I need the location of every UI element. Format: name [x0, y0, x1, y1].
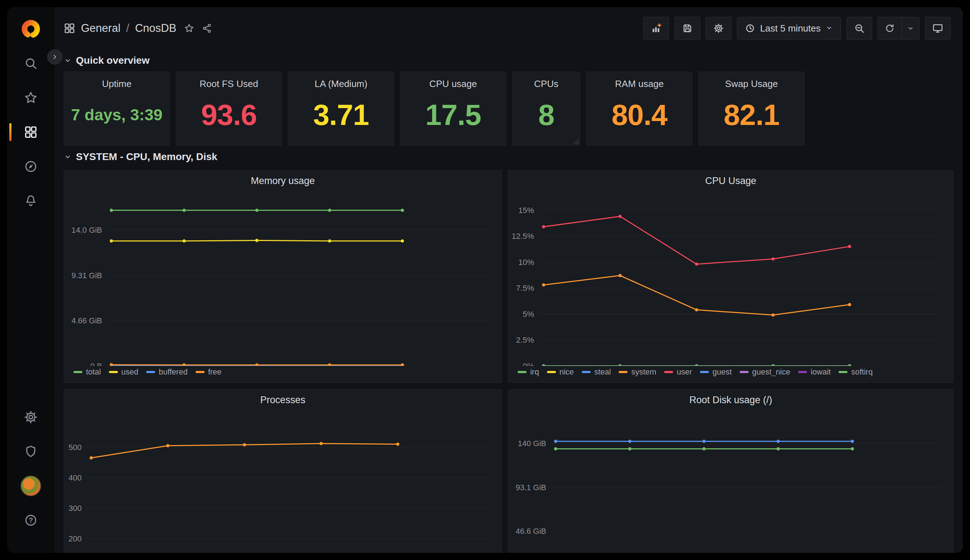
- axis-label: 15%: [518, 206, 534, 215]
- sidebar-expand-button[interactable]: [47, 49, 62, 65]
- breadcrumb: General / CnosDB: [64, 22, 212, 35]
- share-icon[interactable]: [202, 23, 212, 33]
- stat-value: 7 days, 3:39: [71, 90, 162, 145]
- legend-item-guest_nice[interactable]: guest_nice: [740, 367, 790, 377]
- help-icon[interactable]: ?: [7, 506, 55, 534]
- search-icon[interactable]: [7, 49, 55, 77]
- breadcrumb-dashboard[interactable]: CnosDB: [135, 22, 176, 35]
- time-range-picker[interactable]: Last 5 minutes: [737, 17, 841, 40]
- panel-resize-handle[interactable]: [573, 138, 579, 144]
- user-avatar[interactable]: [7, 472, 55, 500]
- section-title: Quick overview: [76, 55, 149, 66]
- panel-title[interactable]: Memory usage: [64, 170, 501, 191]
- chevron-down-icon: [64, 153, 72, 161]
- refresh-icon[interactable]: [878, 17, 902, 39]
- stat-panel-title[interactable]: Uptime: [102, 78, 132, 90]
- zoom-out-button[interactable]: [846, 17, 872, 40]
- y-axis: 46.6 GiB93.1 GiB140 GiB: [516, 439, 942, 536]
- axis-label: 2.5%: [516, 335, 534, 345]
- configuration-gear-icon[interactable]: [7, 403, 55, 431]
- stat-panel-ram-usage: RAM usage 80.4: [586, 72, 693, 146]
- legend-item-used[interactable]: used: [109, 367, 139, 377]
- stat-panel-title[interactable]: Swap Usage: [725, 78, 778, 90]
- apps-grid-icon[interactable]: [64, 23, 75, 34]
- stat-panel-title[interactable]: CPU usage: [429, 78, 477, 90]
- stat-panel-title[interactable]: Root FS Used: [200, 78, 258, 90]
- grafana-logo[interactable]: [7, 15, 55, 43]
- axis-label: 93.1 GiB: [516, 483, 547, 492]
- cpu-usage-legend: irqnicestealsystemuserguestguest_niceiow…: [508, 366, 953, 382]
- panel-root-disk-usage: Root Disk usage (/) 46.6 GiB93.1 GiB140 …: [508, 389, 953, 553]
- dashboard-settings-gear-icon[interactable]: [706, 17, 731, 40]
- legend-label: used: [122, 367, 139, 377]
- stat-panel-cpus: CPUs 8: [512, 72, 580, 146]
- alerting-bell-icon[interactable]: [7, 187, 55, 215]
- legend-label: user: [677, 367, 692, 377]
- legend-label: guest: [713, 367, 732, 377]
- legend-item-nice[interactable]: nice: [547, 367, 574, 377]
- legend-marker: [109, 371, 118, 373]
- panel-title[interactable]: Root Disk usage (/): [508, 390, 953, 410]
- legend-item-user[interactable]: user: [664, 367, 692, 377]
- save-dashboard-icon[interactable]: [674, 17, 700, 40]
- section-system[interactable]: SYSTEM - CPU, Memory, Disk: [64, 148, 953, 165]
- stat-value: 82.1: [724, 90, 780, 145]
- legend-item-free[interactable]: free: [195, 367, 222, 377]
- y-axis: 0%2.5%5%7.5%10%12.5%15%: [512, 206, 941, 366]
- legend-marker: [619, 371, 628, 373]
- legend-marker: [700, 371, 709, 373]
- panel-title[interactable]: CPU Usage: [508, 170, 953, 191]
- series-1: [554, 447, 854, 450]
- dashboards-grid-icon[interactable]: [7, 118, 55, 146]
- legend-item-irq[interactable]: irq: [518, 367, 539, 377]
- time-range-label: Last 5 minutes: [760, 23, 821, 34]
- legend-item-guest[interactable]: guest: [700, 367, 732, 377]
- series-0: [554, 440, 854, 443]
- series-0: [90, 442, 399, 459]
- active-item-accent: [9, 123, 12, 141]
- stat-panel-title[interactable]: LA (Medium): [314, 78, 367, 90]
- legend-item-iowait[interactable]: iowait: [798, 367, 831, 377]
- panel-title[interactable]: Processes: [64, 390, 501, 410]
- section-quick-overview[interactable]: Quick overview: [64, 52, 953, 69]
- sidebar: ?: [7, 7, 55, 553]
- legend-marker: [73, 371, 82, 373]
- favorite-star-icon[interactable]: [184, 23, 194, 33]
- stat-value: 17.5: [425, 90, 481, 145]
- breadcrumb-folder[interactable]: General: [81, 22, 120, 35]
- legend-label: free: [208, 367, 222, 377]
- stat-panel-la-medium: LA (Medium) 3.71: [288, 72, 394, 146]
- root-disk-usage-chart: 46.6 GiB93.1 GiB140 GiB: [508, 410, 953, 553]
- series-user: [542, 215, 851, 266]
- add-panel-button[interactable]: [643, 17, 669, 40]
- axis-label: 140 GiB: [518, 439, 547, 448]
- panel-cpu-usage: CPU Usage 0%2.5%5%7.5%10%12.5%15%18:28:0…: [508, 170, 953, 383]
- legend-label: iowait: [811, 367, 831, 377]
- legend-item-total[interactable]: total: [73, 367, 101, 377]
- axis-label: 5%: [523, 310, 534, 319]
- stat-value: 80.4: [611, 90, 667, 145]
- axis-label: 12.5%: [512, 232, 534, 241]
- explore-compass-icon[interactable]: [7, 153, 55, 180]
- refresh-interval-caret[interactable]: [902, 17, 919, 39]
- cycle-view-monitor-icon[interactable]: [925, 17, 951, 40]
- legend-item-buffered[interactable]: buffered: [146, 367, 187, 377]
- stat-panel-title[interactable]: CPUs: [534, 78, 558, 90]
- legend-marker: [518, 371, 526, 373]
- legend-item-system[interactable]: system: [619, 367, 656, 377]
- legend-marker: [664, 371, 673, 373]
- axis-label: 7.5%: [516, 283, 534, 293]
- server-admin-shield-icon[interactable]: [7, 438, 55, 465]
- legend-item-softirq[interactable]: softirq: [838, 367, 873, 377]
- stat-panel-root-fs-used: Root FS Used 93.6: [176, 72, 282, 146]
- starred-icon[interactable]: [7, 84, 55, 112]
- breadcrumb-separator: /: [126, 22, 129, 35]
- chart-svg: 200300400500: [64, 410, 501, 553]
- stat-panel-title[interactable]: RAM usage: [615, 78, 664, 90]
- app-window: ? General / CnosDB: [7, 7, 963, 553]
- axis-label: 10%: [518, 258, 534, 267]
- legend-marker: [146, 371, 155, 373]
- legend-item-steal[interactable]: steal: [582, 367, 611, 377]
- toolbar-actions: Last 5 minutes: [643, 17, 951, 40]
- axis-label: 500: [68, 443, 82, 452]
